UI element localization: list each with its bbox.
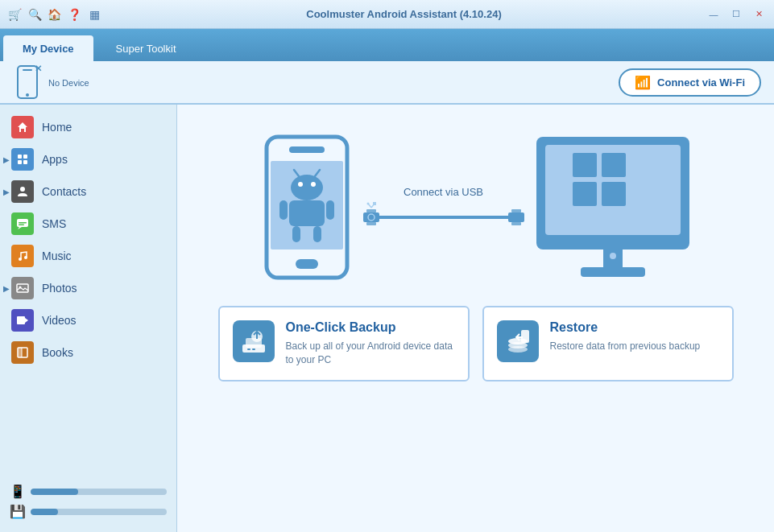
svg-point-24 [291,175,323,200]
svg-rect-32 [292,226,300,242]
backup-card-icon [233,320,275,362]
svg-rect-36 [366,209,376,212]
connect-wifi-button[interactable]: 📶 Connect via Wi-Fi [619,68,761,97]
svg-rect-16 [17,316,25,324]
storage-bar-row-1: 📱 [10,484,167,499]
sidebar: Home ▶ Apps ▶ [0,105,177,532]
photos-arrow-icon: ▶ [3,284,10,293]
backup-card-text: One-Click Backup Back up all of your And… [286,320,455,367]
tab-super-toolkit[interactable]: Super Toolkit [97,35,196,61]
svg-rect-61 [252,348,255,350]
shop-icon[interactable]: 🛒 [6,6,23,23]
svg-point-13 [24,256,27,259]
main-layout: Home ▶ Apps ▶ [0,105,774,532]
sidebar-item-home[interactable]: Home [0,111,176,143]
svg-rect-49 [573,153,597,177]
sidebar-item-videos[interactable]: Videos [0,304,176,336]
svg-rect-3 [18,155,22,159]
contacts-arrow-icon: ▶ [3,188,10,196]
backup-card-desc: Back up all of your Android device data … [286,340,455,367]
android-phone-icon [259,129,355,290]
phone-storage-fill [31,489,78,495]
svg-rect-34 [296,259,318,269]
svg-rect-22 [289,146,325,153]
photos-nav-icon [11,277,34,299]
sidebar-item-books[interactable]: Books [0,336,176,369]
sidebar-item-music[interactable]: Music [0,240,176,272]
sidebar-item-apps[interactable]: ▶ Apps [0,143,176,175]
close-button[interactable]: ✕ [750,6,768,23]
svg-rect-39 [508,212,524,222]
sidebar-item-photos[interactable]: ▶ Photos [0,272,176,304]
svg-rect-37 [366,222,376,225]
svg-point-45 [366,202,369,204]
maximize-button[interactable]: ☐ [727,6,745,23]
svg-rect-50 [602,153,626,177]
svg-rect-4 [23,155,27,159]
search-icon[interactable]: 🔍 [27,6,43,23]
restore-card-title: Restore [550,320,701,335]
svg-point-55 [610,253,616,259]
svg-marker-17 [25,318,28,323]
usb-illustration: Connect via USB [259,129,693,290]
device-close-icon[interactable]: ✕ [35,64,42,74]
svg-rect-40 [511,209,521,212]
svg-marker-9 [18,227,22,229]
usb-label: Connect via USB [404,186,483,198]
svg-rect-51 [573,182,597,206]
content-area: Connect via USB [177,105,774,532]
sidebar-item-contacts[interactable]: ▶ Contacts [0,175,176,208]
svg-rect-41 [511,222,521,225]
home-icon[interactable]: 🏠 [47,6,64,23]
sidebar-storage: 📱 💾 [0,477,176,526]
svg-rect-29 [289,200,325,226]
usb-cable-icon [363,201,524,233]
restore-card[interactable]: Restore Restore data from previous backu… [482,306,734,381]
svg-rect-5 [18,160,22,164]
tab-my-device[interactable]: My Device [3,35,93,61]
title-bar: 🛒 🔍 🏠 ❓ ▦ Coolmuster Android Assistant (… [0,0,774,29]
cards-row: One-Click Backup Back up all of your And… [218,306,734,381]
backup-card[interactable]: One-Click Backup Back up all of your And… [218,306,470,381]
help-icon[interactable]: ❓ [66,6,83,23]
svg-rect-46 [373,202,376,205]
restore-card-text: Restore Restore data from previous backu… [550,320,701,353]
sms-nav-icon [11,212,34,235]
svg-rect-10 [19,222,27,224]
phone-storage-bar [31,489,167,495]
contacts-nav-icon [11,180,34,203]
svg-rect-14 [17,284,28,292]
storage-bar-row-2: 💾 [10,504,167,519]
svg-rect-6 [23,160,27,164]
books-nav-icon [11,341,34,364]
sd-storage-bar [31,509,167,515]
device-info: ✕ No Device [13,62,89,102]
device-bar: ✕ No Device 📶 Connect via Wi-Fi [0,61,774,105]
music-nav-icon [11,245,34,267]
phone-storage-icon: 📱 [10,484,26,499]
apps-arrow-icon: ▶ [3,155,10,164]
app-title: Coolmuster Android Assistant (4.10.24) [103,8,705,20]
sd-storage-icon: 💾 [10,504,26,519]
wifi-icon: 📶 [635,75,651,90]
sidebar-item-sms[interactable]: SMS [0,208,176,240]
svg-rect-30 [279,200,288,220]
videos-nav-icon [11,309,34,332]
svg-point-25 [298,182,303,187]
tabs-row: My Device Super Toolkit [0,29,774,61]
svg-rect-60 [247,348,250,350]
svg-point-12 [19,258,22,261]
minimize-button[interactable]: — [705,6,722,23]
backup-card-title: One-Click Backup [286,320,455,335]
svg-point-2 [26,93,29,97]
svg-rect-1 [23,69,32,71]
svg-point-7 [20,187,25,192]
svg-point-26 [311,182,316,187]
device-icon-wrap: ✕ [13,62,42,102]
home-nav-icon [11,116,34,138]
device-label: No Device [48,78,89,88]
grid-icon[interactable]: ▦ [86,6,103,23]
svg-rect-52 [602,182,626,206]
svg-rect-33 [313,226,321,242]
sd-storage-fill [31,509,58,515]
